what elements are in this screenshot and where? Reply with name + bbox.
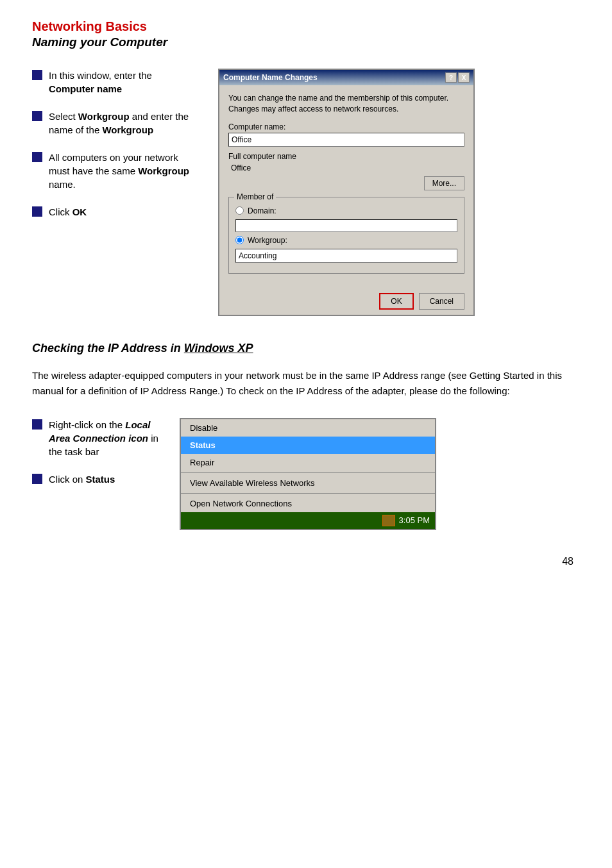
ok-button[interactable]: OK	[379, 293, 413, 310]
context-menu-panel: Disable Status Repair View Available Wir…	[180, 418, 436, 530]
workgroup-radio[interactable]	[235, 236, 244, 244]
dialog-titlebar: Computer Name Changes ? X	[219, 70, 473, 85]
computer-name-input[interactable]: Office	[228, 133, 464, 147]
bold-text: Status	[86, 474, 115, 485]
instructions-list-2: Right-click on the Local Area Connection…	[32, 418, 160, 530]
dialog-title: Computer Name Changes	[223, 73, 318, 82]
page-number: 48	[32, 556, 580, 567]
domain-radio-row: Domain:	[235, 206, 457, 215]
page-title-sub: Naming your Computer	[32, 35, 580, 49]
more-button[interactable]: More...	[424, 176, 464, 190]
bullet-icon	[32, 474, 42, 484]
bold-text: Workgroup	[102, 124, 153, 135]
list-item: Right-click on the Local Area Connection…	[32, 418, 160, 458]
dialog-body: You can change the name and the membersh…	[219, 85, 473, 288]
section2-title-part1: Checking the IP Address in	[32, 342, 184, 355]
bullet-icon	[32, 152, 42, 162]
list-item-click-ok: Click OK	[32, 205, 199, 219]
bullet-icon	[32, 70, 42, 80]
close-button[interactable]: X	[458, 72, 470, 83]
section2-title-link: Windows XP	[184, 342, 253, 355]
context-menu-item-disable[interactable]: Disable	[181, 419, 435, 437]
full-computer-name-value: Office	[228, 162, 464, 174]
context-menu-item-wireless[interactable]: View Available Wireless Networks	[181, 474, 435, 492]
context-menu-separator	[181, 472, 435, 473]
list-item-text: In this window, enter the Computer name	[49, 69, 199, 96]
member-of-legend: Member of	[234, 192, 276, 201]
workgroup-radio-row: Workgroup:	[235, 236, 457, 245]
bullet-icon	[32, 111, 42, 121]
taskbar-network-icon	[382, 515, 395, 526]
list-item-text: All computers on your network must have …	[49, 151, 199, 191]
context-menu-item-status[interactable]: Status	[181, 437, 435, 454]
page-title-main: Networking Basics	[32, 19, 580, 34]
cancel-button[interactable]: Cancel	[419, 293, 464, 310]
list-item: All computers on your network must have …	[32, 151, 199, 191]
taskbar-strip: 3:05 PM	[181, 512, 435, 529]
bold-text: Workgroup	[138, 165, 189, 176]
context-menu-item-network-connections[interactable]: Open Network Connections	[181, 495, 435, 512]
context-menu-item-repair[interactable]: Repair	[181, 454, 435, 471]
bullet-icon	[32, 419, 42, 430]
section2-title: Checking the IP Address in Windows XP	[32, 342, 580, 355]
list-item: In this window, enter the Computer name	[32, 69, 199, 96]
list-item-text: Right-click on the Local Area Connection…	[49, 418, 160, 458]
domain-radio[interactable]	[235, 206, 244, 215]
section1: In this window, enter the Computer name …	[32, 69, 580, 316]
bullet-icon	[32, 206, 42, 217]
workgroup-input[interactable]: Accounting	[235, 249, 457, 263]
dialog-description: You can change the name and the membersh…	[228, 93, 464, 115]
list-item: Select Workgroup and enter the name of t…	[32, 110, 199, 137]
dialog-titlebar-buttons: ? X	[445, 72, 470, 83]
list-item-text: Click OK	[49, 205, 87, 219]
list-item-text: Select Workgroup and enter the name of t…	[49, 110, 199, 137]
computer-name-label: Computer name:	[228, 122, 464, 131]
section3: Right-click on the Local Area Connection…	[32, 418, 580, 530]
bold-text: OK	[72, 206, 87, 217]
context-menu-separator-2	[181, 493, 435, 494]
dialog-buttons-row: OK Cancel	[219, 288, 473, 315]
help-button[interactable]: ?	[445, 72, 457, 83]
list-item: Click on Status	[32, 472, 160, 486]
domain-radio-label: Domain:	[248, 206, 276, 215]
bold-italic-text: Local Area Connection icon	[49, 419, 150, 444]
bold-text: Computer name	[49, 83, 122, 94]
full-computer-name-label: Full computer name	[228, 152, 464, 161]
workgroup-radio-label: Workgroup:	[248, 236, 287, 245]
domain-input[interactable]	[235, 219, 457, 232]
bold-text: Workgroup	[78, 111, 130, 122]
list-item-text: Click on Status	[49, 472, 115, 486]
computer-name-dialog: Computer Name Changes ? X You can change…	[218, 69, 475, 316]
member-of-group: Member of Domain: Workgroup: Accounting	[228, 197, 464, 274]
instructions-list-1: In this window, enter the Computer name …	[32, 69, 199, 316]
section2-description: The wireless adapter-equipped computers …	[32, 368, 580, 399]
taskbar-time: 3:05 PM	[399, 515, 430, 525]
